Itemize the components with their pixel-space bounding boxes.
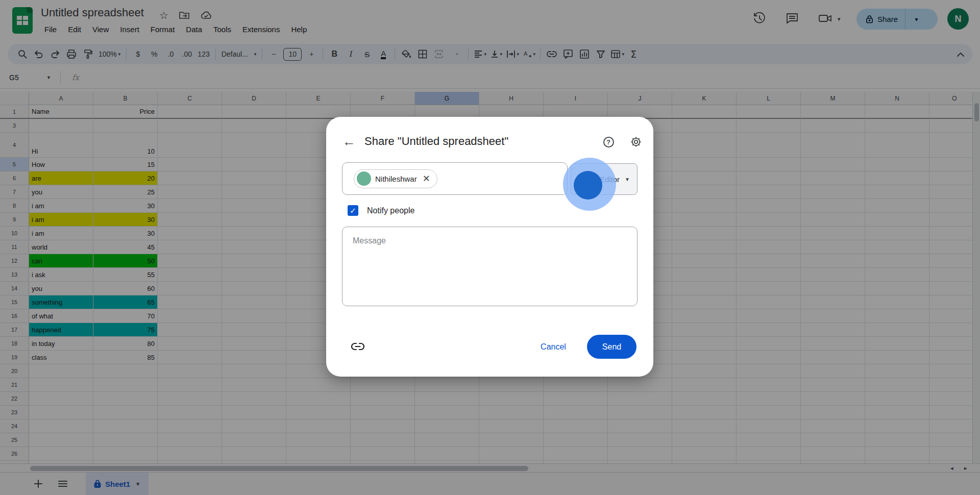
notify-people-row: ✓ Notify people [348,205,414,216]
cancel-button[interactable]: Cancel [530,337,576,357]
remove-recipient-icon[interactable]: ✕ [421,173,432,184]
notify-people-label: Notify people [367,206,414,215]
notify-people-checkbox[interactable]: ✓ [348,205,358,216]
cursor-dot [574,171,602,200]
permission-caret-icon: ▼ [625,177,630,182]
settings-gear-icon[interactable] [628,134,644,150]
copy-link-icon[interactable] [349,337,367,356]
recipient-avatar [357,171,371,186]
share-dialog-title: Share "Untitled spreadsheet" [364,135,508,148]
help-icon[interactable]: ? [601,134,616,150]
back-icon[interactable]: ← [340,132,358,151]
add-people-input[interactable]: Nithileshwar ✕ [342,162,568,195]
message-textarea[interactable] [342,227,638,306]
share-dialog: ← Share "Untitled spreadsheet" ? Nithile… [326,117,653,377]
send-button[interactable]: Send [587,335,636,359]
recipient-name: Nithileshwar [375,175,417,183]
recipient-chip[interactable]: Nithileshwar ✕ [354,169,437,188]
